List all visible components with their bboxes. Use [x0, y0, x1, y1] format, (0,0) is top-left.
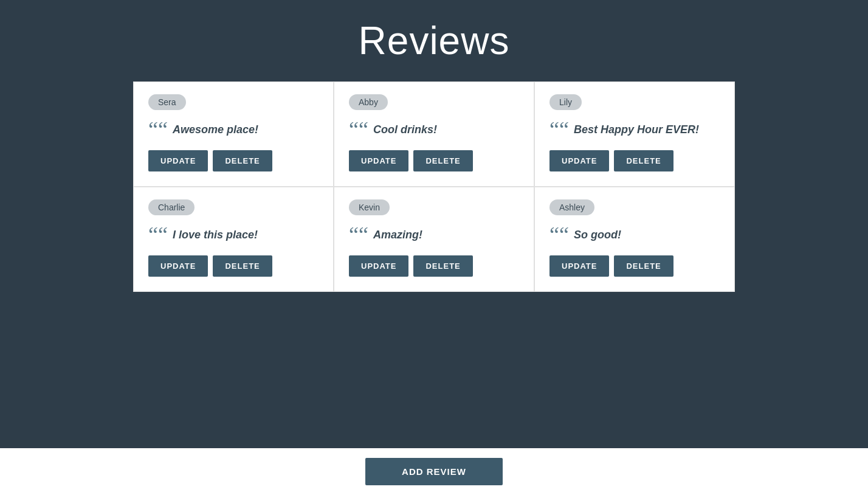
reviewer-badge: Abby [349, 94, 388, 110]
review-card: Ashley ““ So good! UPDATE DELETE [534, 187, 735, 292]
card-buttons: UPDATE DELETE [148, 150, 319, 171]
quote-text: Amazing! [373, 224, 422, 243]
quote-mark-icon: ““ [349, 224, 368, 246]
delete-button[interactable]: DELETE [614, 255, 673, 277]
quote-mark-icon: ““ [349, 119, 368, 140]
quote-text: Best Happy Hour EVER! [574, 119, 699, 137]
quote-row: ““ Awesome place! [148, 119, 319, 140]
quote-mark-icon: ““ [148, 224, 168, 246]
quote-text: Awesome place! [173, 119, 258, 137]
quote-text: So good! [574, 224, 621, 243]
delete-button[interactable]: DELETE [213, 150, 272, 171]
update-button[interactable]: UPDATE [148, 255, 208, 277]
update-button[interactable]: UPDATE [549, 150, 609, 171]
page-title: Reviews [359, 18, 510, 63]
quote-row: ““ So good! [549, 224, 720, 246]
quote-text: Cool drinks! [373, 119, 437, 137]
reviewer-badge: Sera [148, 94, 186, 110]
quote-row: ““ Amazing! [349, 224, 519, 246]
card-buttons: UPDATE DELETE [349, 255, 519, 277]
quote-row: ““ Best Happy Hour EVER! [549, 119, 720, 140]
delete-button[interactable]: DELETE [413, 255, 472, 277]
update-button[interactable]: UPDATE [349, 255, 408, 277]
update-button[interactable]: UPDATE [549, 255, 609, 277]
quote-text: I love this place! [173, 224, 258, 243]
delete-button[interactable]: DELETE [614, 150, 673, 171]
quote-row: ““ Cool drinks! [349, 119, 519, 140]
add-review-button[interactable]: ADD REVIEW [365, 458, 503, 485]
card-buttons: UPDATE DELETE [148, 255, 319, 277]
footer-bar: ADD REVIEW [0, 448, 868, 495]
delete-button[interactable]: DELETE [213, 255, 272, 277]
reviewer-badge: Charlie [148, 199, 195, 215]
reviews-grid: Sera ““ Awesome place! UPDATE DELETE Abb… [133, 81, 735, 292]
quote-mark-icon: ““ [549, 224, 569, 246]
card-buttons: UPDATE DELETE [349, 150, 519, 171]
reviewer-badge: Kevin [349, 199, 390, 215]
update-button[interactable]: UPDATE [148, 150, 208, 171]
review-card: Charlie ““ I love this place! UPDATE DEL… [133, 187, 334, 292]
reviewer-badge: Ashley [549, 199, 594, 215]
delete-button[interactable]: DELETE [413, 150, 472, 171]
update-button[interactable]: UPDATE [349, 150, 408, 171]
review-card: Lily ““ Best Happy Hour EVER! UPDATE DEL… [534, 81, 735, 187]
card-buttons: UPDATE DELETE [549, 150, 720, 171]
quote-row: ““ I love this place! [148, 224, 319, 246]
quote-mark-icon: ““ [549, 119, 569, 140]
review-card: Kevin ““ Amazing! UPDATE DELETE [334, 187, 534, 292]
review-card: Sera ““ Awesome place! UPDATE DELETE [133, 81, 334, 187]
reviewer-badge: Lily [549, 94, 582, 110]
card-buttons: UPDATE DELETE [549, 255, 720, 277]
review-card: Abby ““ Cool drinks! UPDATE DELETE [334, 81, 534, 187]
quote-mark-icon: ““ [148, 119, 168, 140]
